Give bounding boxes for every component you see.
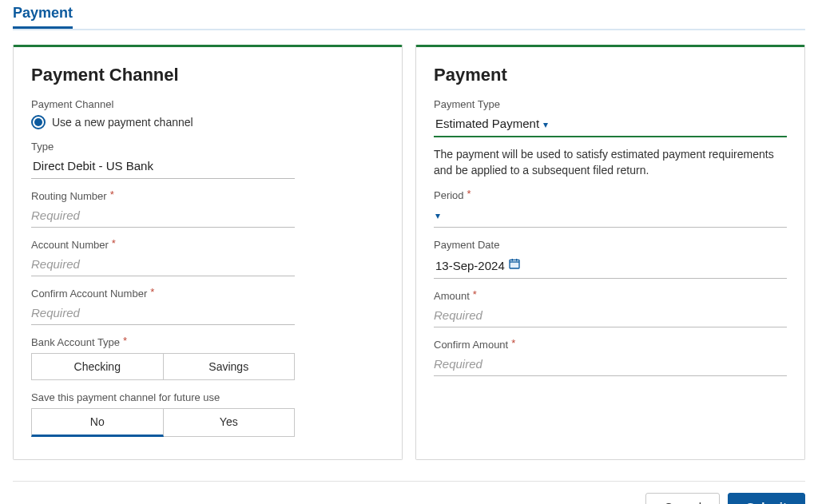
payment-date-value: 13-Sep-2024 [435, 259, 505, 272]
confirm-account-number-input[interactable] [31, 303, 295, 325]
payment-type-select[interactable]: Estimated Payment ▾ [434, 113, 787, 137]
payment-channel-heading: Payment Channel [31, 65, 384, 85]
chevron-down-icon: ▾ [435, 210, 440, 221]
payment-type-helper-text: The payment will be used to satisfy esti… [434, 147, 787, 178]
label-bank-account-type: Bank Account Type* [31, 336, 384, 348]
payment-card: Payment Payment Type Estimated Payment ▾… [415, 45, 805, 460]
bank-account-type-savings[interactable]: Savings [164, 353, 296, 380]
label-payment-channel: Payment Channel [31, 98, 384, 110]
amount-input[interactable] [434, 305, 787, 327]
payment-heading: Payment [434, 65, 787, 85]
save-channel-yes[interactable]: Yes [164, 408, 296, 437]
label-type: Type [31, 141, 384, 153]
type-select-value: Direct Debit - US Bank [33, 159, 153, 173]
page-title[interactable]: Payment [13, 5, 73, 29]
radio-new-channel-label: Use a new payment channel [52, 116, 193, 129]
label-confirm-account-number: Confirm Account Number* [31, 288, 384, 300]
period-select[interactable]: ▾ [434, 204, 787, 228]
bank-account-type-checking[interactable]: Checking [31, 353, 164, 380]
label-confirm-amount: Confirm Amount* [434, 339, 787, 351]
label-payment-type: Payment Type [434, 98, 787, 110]
label-payment-date: Payment Date [434, 239, 787, 251]
footer-actions: Cancel Submit [13, 481, 805, 504]
svg-rect-0 [510, 260, 519, 269]
type-select[interactable]: Direct Debit - US Bank [31, 156, 295, 179]
radio-new-channel[interactable] [31, 115, 46, 129]
save-channel-toggle: No Yes [31, 408, 295, 437]
label-period: Period* [434, 189, 787, 201]
save-channel-no[interactable]: No [31, 408, 164, 437]
label-routing-number: Routing Number* [31, 190, 384, 202]
payment-type-value: Estimated Payment [435, 117, 539, 130]
calendar-icon[interactable] [508, 259, 521, 272]
account-number-input[interactable] [31, 254, 295, 276]
routing-number-input[interactable] [31, 205, 295, 228]
label-save-channel: Save this payment channel for future use [31, 391, 384, 403]
payment-channel-card: Payment Channel Payment Channel Use a ne… [13, 45, 403, 460]
submit-button[interactable]: Submit [728, 493, 805, 504]
label-account-number: Account Number* [31, 239, 384, 251]
confirm-amount-input[interactable] [434, 354, 787, 376]
bank-account-type-toggle: Checking Savings [31, 353, 295, 380]
cancel-button[interactable]: Cancel [645, 493, 720, 504]
payment-date-input[interactable]: 13-Sep-2024 [434, 254, 787, 279]
label-amount: Amount* [434, 290, 787, 302]
chevron-down-icon: ▾ [543, 119, 548, 130]
